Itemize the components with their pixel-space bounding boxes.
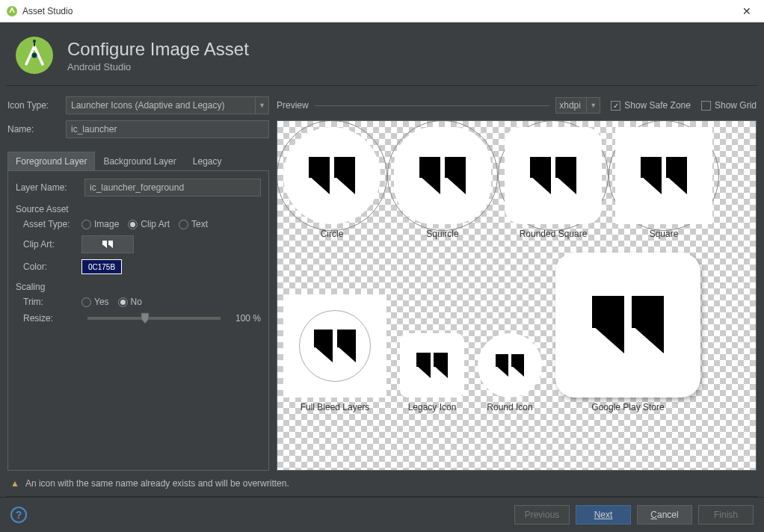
radio-label: Text [191,219,208,229]
preview-caption: Google Play Store [591,402,664,412]
layer-tabs: Foreground Layer Background Layer Legacy [7,152,269,171]
icon-type-value: Launcher Icons (Adaptive and Legacy) [71,100,224,111]
asset-type-image-radio[interactable]: Image [81,219,119,229]
radio-label: Clip Art [141,219,170,229]
preview-play-store: Google Play Store [555,253,700,412]
preview-squircle: Squircle [394,127,491,239]
page-title: Configure Image Asset [67,39,249,60]
svg-point-2 [32,53,37,58]
android-studio-icon [6,5,18,17]
help-button[interactable]: ? [10,507,27,523]
resize-label: Resize: [23,313,81,324]
source-asset-label: Source Asset [16,204,261,214]
radio-label: No [131,297,142,307]
asset-type-label: Asset Type: [23,219,81,229]
page-subtitle: Android Studio [67,61,249,72]
asset-type-text-radio[interactable]: Text [179,219,208,229]
dpi-value: xhdpi [559,100,581,111]
dpi-select[interactable]: xhdpi ▼ [555,97,600,114]
previous-button[interactable]: Previous [514,505,570,525]
warning-text: An icon with the same name already exist… [25,478,289,489]
finish-button[interactable]: Finish [698,505,754,525]
resize-slider[interactable] [87,317,221,320]
preview-caption: Full Bleed Layers [301,402,370,412]
button-bar: ? Previous Next Cancel Finish [0,497,764,532]
dropdown-arrow-icon: ▼ [255,97,268,114]
trim-label: Trim: [23,297,81,307]
close-button[interactable]: ✕ [736,2,758,20]
tab-foreground-layer[interactable]: Foreground Layer [7,152,95,171]
checkbox-label: Show Safe Zone [624,100,691,111]
show-grid-checkbox[interactable]: Show Grid [701,100,757,111]
radio-label: Yes [94,297,109,307]
quote-icon [419,157,466,194]
asset-type-clipart-radio[interactable]: Clip Art [128,219,170,229]
preview-rounded-square: Rounded Square [505,127,602,239]
quote-icon [641,157,688,194]
next-button[interactable]: Next [576,505,631,525]
color-picker[interactable]: 0C175B [81,259,122,274]
slider-handle-icon[interactable] [141,312,150,324]
cancel-button[interactable]: Cancel [637,505,692,525]
trim-yes-radio[interactable]: Yes [81,297,109,307]
preview-full-bleed: Full Bleed Layers [283,294,386,412]
quote-icon [309,157,356,194]
tab-legacy[interactable]: Legacy [185,152,230,171]
preview-legacy-icon: Legacy Icon [400,333,464,412]
layer-name-label: Layer Name: [16,182,84,193]
preview-caption: Legacy Icon [408,402,457,412]
color-label: Color: [23,262,81,272]
titlebar: Asset Studio ✕ [0,0,764,22]
warning-message: ▲ An icon with the same name already exi… [0,471,764,496]
scaling-label: Scaling [16,282,261,292]
quote-icon [592,296,664,353]
preview-label: Preview [277,100,309,111]
tab-background-layer[interactable]: Background Layer [95,152,184,171]
name-input[interactable] [66,120,269,138]
name-label: Name: [7,124,66,134]
clipart-label: Clip Art: [23,239,81,250]
android-studio-logo-icon [15,36,54,75]
button-label: Next [594,510,613,520]
checkbox-label: Show Grid [715,100,757,111]
quote-icon [530,157,577,194]
preview-panel: Preview xhdpi ▼ ✓Show Safe Zone Show Gri… [277,96,757,471]
trim-no-radio[interactable]: No [118,297,142,307]
preview-canvas: Circle Squircle Rounded Square Square [277,120,757,471]
config-panel: Icon Type: Launcher Icons (Adaptive and … [7,96,277,471]
icon-type-label: Icon Type: [7,100,66,111]
preview-circle: Circle [283,127,381,239]
resize-value: 100 % [227,313,261,324]
foreground-layer-panel: Layer Name: Source Asset Asset Type: Ima… [7,170,269,471]
svg-point-3 [33,40,36,43]
icon-type-select[interactable]: Launcher Icons (Adaptive and Legacy) ▼ [66,96,269,114]
quote-icon [416,353,449,378]
preview-caption: Round Icon [487,402,532,412]
button-label: Cancel [650,510,678,520]
clipart-picker-button[interactable] [81,235,134,253]
radio-label: Image [94,219,119,229]
preview-round-icon: Round Icon [478,333,542,412]
preview-divider [315,105,550,106]
dialog-header: Configure Image Asset Android Studio [0,22,764,85]
layer-name-input[interactable] [84,179,261,197]
show-safe-zone-checkbox[interactable]: ✓Show Safe Zone [611,100,691,111]
warning-icon: ▲ [10,478,19,489]
quote-icon [102,241,112,249]
quote-icon [496,354,524,377]
dropdown-arrow-icon: ▼ [586,98,600,113]
preview-square: Square [615,127,712,239]
window-title: Asset Studio [22,6,736,16]
